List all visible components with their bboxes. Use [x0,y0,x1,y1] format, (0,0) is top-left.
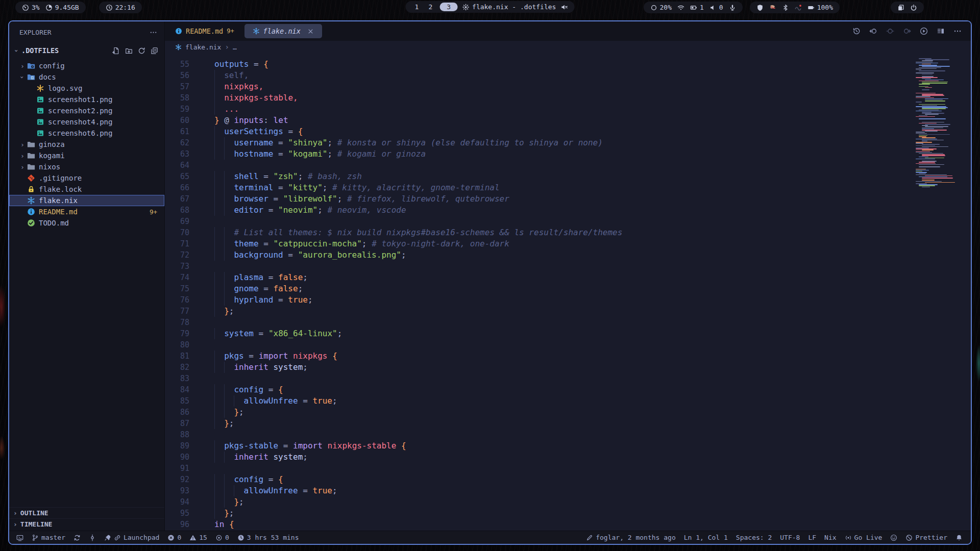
tree-item-screenshot6.png[interactable]: screenshot6.png [9,128,164,139]
statusbar-feedback[interactable] [890,534,897,541]
split-editor-icon[interactable] [937,27,945,35]
tree-item-TODO.md[interactable]: TODO.md [9,217,164,229]
code-line-64[interactable]: 64 [165,160,971,171]
topbar-right-pill-2[interactable]: 100% [750,2,840,13]
tree-item-screenshot1.png[interactable]: screenshot1.png [9,94,164,105]
code-line-96[interactable]: 96in { [165,519,971,530]
statusbar-git-branch[interactable]: master [32,534,65,541]
code-line-72[interactable]: 72background = "aurora_borealis.png"; [165,249,971,261]
tree-item-kogami[interactable]: ›kogami [9,150,164,161]
statusbar-git-graph[interactable] [89,534,96,541]
code-line-70[interactable]: 70# List all themes: $ nix build nixpkgs… [165,227,971,238]
statusbar-remote-indicator[interactable] [16,534,23,541]
minimap[interactable] [915,58,965,188]
section-outline[interactable]: ›OUTLINE [9,507,164,518]
tree-item-ginoza[interactable]: ›ginoza [9,139,164,150]
history-icon[interactable] [852,27,861,35]
tree-item-screenshot4.png[interactable]: screenshot4.png [9,116,164,128]
tree-item-.gitignore[interactable]: .gitignore [9,172,164,184]
code-line-86[interactable]: 86}; [165,407,971,418]
code-line-91[interactable]: 91 [165,463,971,474]
code-line-68[interactable]: 68editor = "neovim"; # neovim, vscode [165,205,971,216]
refresh-icon[interactable] [138,47,145,55]
breadcrumb-file[interactable]: flake.nix [185,43,221,51]
statusbar-errors[interactable]: 0 [167,534,181,541]
new-folder-icon[interactable] [125,47,133,55]
tab-flake.nix[interactable]: flake.nix [244,24,322,38]
statusbar-time-tracker[interactable]: 3 hrs 53 mins [237,534,299,541]
code-line-79[interactable]: 79system = "x86_64-linux"; [165,328,971,339]
tree-item-nixos[interactable]: ›nixos [9,161,164,172]
statusbar-blame[interactable]: foglar, 2 months ago [586,534,676,541]
code-line-82[interactable]: 82inherit system; [165,362,971,373]
statusbar-warnings[interactable]: 15 [189,534,207,541]
statusbar-go-live[interactable]: Go Live [845,534,883,541]
tree-item-flake.nix[interactable]: flake.nix [9,195,164,206]
workspace-2[interactable]: 2 [426,3,435,11]
code-line-81[interactable]: 81pkgs = import nixpkgs { [165,350,971,362]
topbar-right-pill-3[interactable] [891,2,924,13]
mute-icon[interactable] [560,4,568,11]
code-line-89[interactable]: 89pkgs-stable = import nixpkgs-stable { [165,440,971,452]
code-line-59[interactable]: 59... [165,104,971,115]
code-line-65[interactable]: 65shell = "zsh"; # bash, zsh [165,171,971,182]
nav-circle-icon[interactable] [886,27,894,35]
tree-item-README.md[interactable]: README.md9+ [9,206,164,217]
code-line-66[interactable]: 66terminal = "kitty"; # kitty, alacritty… [165,182,971,193]
tree-item-logo.svg[interactable]: logo.svg [9,83,164,94]
section-timeline[interactable]: ›TIMELINE [9,518,164,530]
tree-item-flake.lock[interactable]: flake.lock [9,184,164,195]
code-line-90[interactable]: 90inherit system; [165,452,971,463]
nav-back-icon[interactable] [869,27,877,35]
code-line-85[interactable]: 85allowUnfree = true; [165,395,971,407]
statusbar-ports[interactable]: 0 [215,534,229,541]
code-line-67[interactable]: 67browser = "librewolf"; # firefox, libr… [165,193,971,205]
explorer-root-folder[interactable]: › .DOTFILES [9,45,164,56]
code-line-57[interactable]: 57nixpkgs, [165,81,971,92]
nav-forward-icon[interactable] [903,27,911,35]
code-line-60[interactable]: 60} @ inputs: let [165,115,971,126]
code-line-88[interactable]: 88 [165,429,971,440]
code-line-75[interactable]: 75gnome = false; [165,283,971,294]
code-line-61[interactable]: 61userSettings = { [165,126,971,137]
code-line-76[interactable]: 76hyprland = true; [165,294,971,306]
topbar-right-pill-1[interactable]: 20%10 [644,2,743,13]
breadcrumb-more[interactable]: … [233,43,237,51]
tree-item-screenshot2.png[interactable]: screenshot2.png [9,105,164,116]
code-line-87[interactable]: 87}; [165,418,971,429]
code-line-93[interactable]: 93allowUnfree = true; [165,485,971,496]
code-line-78[interactable]: 78 [165,317,971,328]
code-line-56[interactable]: 56self, [165,70,971,81]
workspace-1[interactable]: 1 [412,3,422,11]
run-icon[interactable] [920,27,928,35]
workspace-3[interactable]: 3 [439,3,458,11]
code-line-58[interactable]: 58nixpkgs-stable, [165,92,971,104]
code-editor[interactable]: 55outputs = {56self,57nixpkgs,58nixpkgs-… [165,53,971,531]
code-line-62[interactable]: 62username = "shinya"; # konsta or shiny… [165,137,971,148]
code-line-84[interactable]: 84config = { [165,384,971,395]
code-line-92[interactable]: 92config = { [165,474,971,485]
tree-item-docs[interactable]: ›docs [9,71,164,83]
statusbar-eol[interactable]: LF [808,534,816,541]
code-line-74[interactable]: 74plasma = false; [165,272,971,283]
code-line-83[interactable]: 83 [165,373,971,384]
code-line-55[interactable]: 55outputs = { [165,59,971,70]
collapse-all-icon[interactable] [151,47,158,55]
code-line-94[interactable]: 94}; [165,496,971,508]
close-icon[interactable] [307,28,314,35]
more-icon[interactable] [953,27,962,35]
statusbar-encoding[interactable]: UTF-8 [780,534,800,541]
code-line-63[interactable]: 63hostname = "kogami"; # kogami or ginoz… [165,148,971,160]
statusbar-cursor-position[interactable]: Ln 1, Col 1 [684,534,728,541]
topbar-left-pill-2[interactable]: 22:16 [99,2,142,13]
code-line-69[interactable]: 69 [165,216,971,227]
code-line-73[interactable]: 73 [165,261,971,272]
tree-item-config[interactable]: ›config [9,60,164,71]
code-line-80[interactable]: 80 [165,339,971,350]
topbar-left-pill-1[interactable]: 3%9.45GB [15,2,86,13]
breadcrumb[interactable]: flake.nix › … [165,41,971,53]
statusbar-language-mode[interactable]: Nix [824,534,836,541]
code-line-77[interactable]: 77}; [165,306,971,317]
statusbar-indentation[interactable]: Spaces: 2 [736,534,772,541]
more-actions-icon[interactable] [150,29,157,36]
